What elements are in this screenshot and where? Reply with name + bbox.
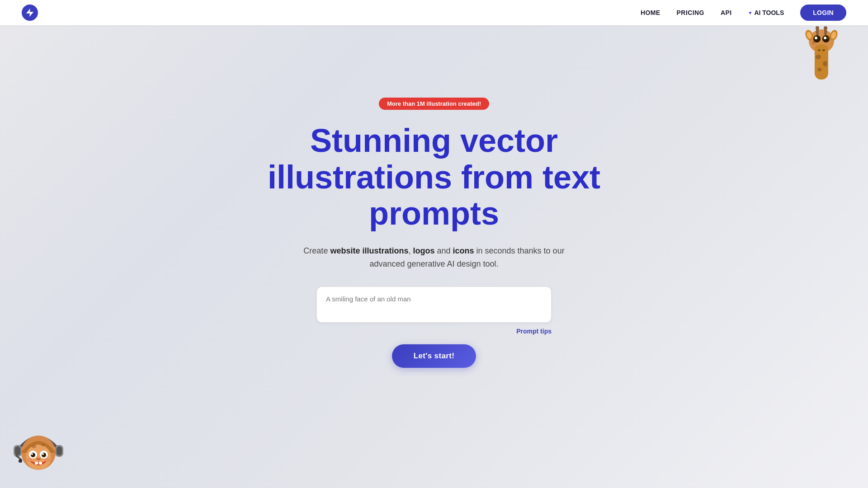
svg-rect-35 [35, 462, 38, 465]
prompt-input[interactable] [316, 286, 552, 323]
hero-subtitle: Create website illustrations, logos and … [303, 244, 565, 271]
svg-point-21 [826, 37, 830, 39]
svg-point-28 [26, 445, 51, 470]
svg-point-39 [44, 458, 51, 462]
ai-tools-label: AI TOOLS [754, 9, 784, 16]
prompt-tips-container: Prompt tips [316, 327, 552, 335]
nav-item-ai-tools[interactable]: ▼ AI TOOLS [748, 9, 784, 16]
svg-point-34 [42, 453, 44, 455]
svg-point-7 [824, 37, 826, 39]
prompt-tips-link[interactable]: Prompt tips [516, 328, 552, 335]
svg-point-31 [31, 453, 35, 457]
chevron-down-icon: ▼ [748, 10, 753, 15]
svg-point-9 [822, 49, 825, 51]
svg-point-3 [815, 44, 828, 53]
nav-item-home[interactable]: HOME [641, 9, 660, 16]
hero-title-line3: prompts [369, 195, 499, 231]
svg-point-6 [815, 37, 817, 39]
svg-point-33 [31, 453, 33, 455]
login-button[interactable]: LOGIN [800, 5, 846, 21]
navbar-nav: HOME PRICING API ▼ AI TOOLS LOGIN [641, 5, 846, 21]
giraffe-illustration [791, 25, 850, 98]
nav-item-api[interactable]: API [721, 9, 732, 16]
svg-point-40 [32, 445, 36, 448]
hero-title-line1: Stunning vector [310, 122, 558, 159]
navbar: HOME PRICING API ▼ AI TOOLS LOGIN [0, 0, 868, 25]
svg-point-20 [817, 68, 822, 71]
svg-point-41 [41, 444, 45, 446]
main-content: More than 1M illustration created! Stunn… [0, 25, 868, 368]
hero-title: Stunning vector illustrations from text … [268, 122, 600, 232]
svg-point-43 [19, 459, 22, 463]
svg-point-15 [816, 26, 819, 30]
svg-point-18 [816, 55, 821, 59]
svg-point-22 [812, 41, 815, 44]
svg-point-32 [42, 453, 46, 457]
logo[interactable] [22, 5, 38, 21]
svg-point-38 [26, 458, 33, 462]
badge: More than 1M illustration created! [379, 98, 489, 110]
svg-rect-24 [15, 446, 20, 455]
start-button[interactable]: Let's start! [392, 344, 476, 368]
logo-icon [22, 5, 38, 21]
svg-point-17 [824, 26, 827, 30]
svg-rect-26 [57, 446, 62, 455]
svg-marker-0 [26, 9, 34, 17]
hero-title-line2: illustrations from text [268, 159, 600, 195]
nav-item-pricing[interactable]: PRICING [677, 9, 704, 16]
svg-point-19 [823, 61, 827, 66]
svg-rect-36 [39, 462, 42, 465]
svg-point-8 [818, 49, 821, 51]
svg-point-37 [36, 458, 41, 460]
robot-illustration [9, 420, 68, 479]
prompt-area: Prompt tips [316, 286, 552, 335]
